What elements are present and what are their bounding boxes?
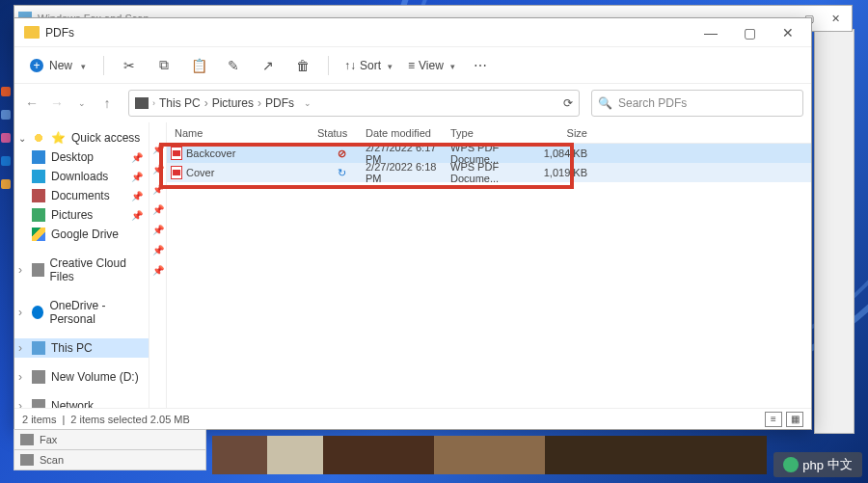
col-status[interactable]: Status <box>317 127 366 139</box>
back-button[interactable]: ← <box>22 95 41 111</box>
selection-info: 2 items selected 2.05 MB <box>70 414 190 425</box>
fax-close[interactable]: ✕ <box>831 13 840 25</box>
fax-tab[interactable]: Fax <box>14 429 206 450</box>
col-size[interactable]: Size <box>539 127 587 139</box>
sidebar-item-documents[interactable]: Documents📌 <box>14 186 149 205</box>
pc-icon <box>135 97 149 109</box>
col-date[interactable]: Date modified <box>366 127 450 139</box>
watermark: php中文 <box>773 452 862 477</box>
up-button[interactable]: ↑ <box>97 95 117 111</box>
file-pane[interactable]: Name Status Date modified Type Size Back… <box>167 122 811 408</box>
forward-button[interactable]: → <box>47 95 67 111</box>
refresh-icon[interactable]: ⟳ <box>563 96 573 110</box>
more-icon[interactable]: ⋯ <box>473 58 488 73</box>
details-view-button[interactable]: ≡ <box>765 412 782 427</box>
search-input[interactable]: 🔍 Search PDFs <box>591 90 803 117</box>
sidebar-item-downloads[interactable]: Downloads📌 <box>14 167 149 186</box>
column-headers[interactable]: Name Status Date modified Type Size <box>167 122 811 144</box>
address-bar[interactable]: › This PC›Pictures›PDFs ⌄ ⟳ <box>128 90 580 117</box>
status-bar: 2 items | 2 items selected 2.05 MB ≡ ▦ <box>14 408 811 429</box>
sidebar-item-network[interactable]: Network <box>14 396 149 408</box>
pdf-icon <box>171 166 182 179</box>
explorer-toolbar: + New ✂ ⧉ 📋 ✎ ↗ 🗑 ↑↓ Sort ≡ View ⋯ <box>14 47 811 84</box>
delete-icon[interactable]: 🗑 <box>295 58 311 73</box>
close-button[interactable]: ✕ <box>769 25 807 40</box>
col-type[interactable]: Type <box>450 127 539 139</box>
paste-icon[interactable]: 📋 <box>191 58 206 73</box>
pdf-icon <box>171 147 182 160</box>
bg-window-edge <box>814 29 854 434</box>
search-icon: 🔍 <box>598 96 612 110</box>
folder-icon <box>24 26 40 39</box>
sidebar-item-newvolume[interactable]: New Volume (D:) <box>14 367 149 387</box>
addr-dropdown-icon[interactable]: ⌄ <box>304 98 312 108</box>
status-sync-icon: ↻ <box>338 167 346 178</box>
breadcrumb: This PC›Pictures›PDFs <box>159 96 294 110</box>
sort-button[interactable]: ↑↓ Sort <box>344 59 393 72</box>
sidebar-item-desktop[interactable]: Desktop📌 <box>14 148 149 167</box>
item-count: 2 items <box>22 414 56 425</box>
scan-tab[interactable]: Scan <box>14 449 206 470</box>
file-explorer-window: PDFs — ▢ ✕ + New ✂ ⧉ 📋 ✎ ↗ 🗑 ↑↓ Sort ≡ V… <box>14 17 812 430</box>
file-row-backcover[interactable]: Backcover ⊘ 2/27/2022 6:17 PM WPS PDF Do… <box>167 144 811 163</box>
nav-row: ← → ⌄ ↑ › This PC›Pictures›PDFs ⌄ ⟳ 🔍 Se… <box>14 84 811 122</box>
cut-icon[interactable]: ✂ <box>122 58 137 73</box>
file-row-cover[interactable]: Cover ↻ 2/27/2022 6:18 PM WPS PDF Docume… <box>167 163 811 182</box>
sidebar: ⭐ Quick access Desktop📌 Downloads📌 Docum… <box>14 122 149 408</box>
fax-preview-image <box>212 436 767 474</box>
php-logo-icon <box>783 457 799 472</box>
sidebar-item-creativecloud[interactable]: Creative Cloud Files <box>14 254 149 286</box>
sidebar-quick-access[interactable]: ⭐ Quick access <box>14 128 149 148</box>
plus-icon: + <box>30 59 43 72</box>
left-taskbar <box>0 87 12 376</box>
minimize-button[interactable]: — <box>692 25 730 40</box>
rename-icon[interactable]: ✎ <box>226 58 241 73</box>
recent-dropdown[interactable]: ⌄ <box>72 98 92 108</box>
sidebar-item-thispc[interactable]: This PC <box>14 338 149 358</box>
maximize-button[interactable]: ▢ <box>730 25 769 40</box>
thumb-view-button[interactable]: ▦ <box>786 412 803 427</box>
view-button[interactable]: ≡ View <box>408 59 455 72</box>
share-icon[interactable]: ↗ <box>260 58 276 73</box>
new-button[interactable]: + New <box>22 55 94 76</box>
col-name[interactable]: Name <box>171 127 317 139</box>
fax-side-panel: Fax Scan <box>14 430 206 470</box>
explorer-titlebar[interactable]: PDFs — ▢ ✕ <box>14 18 811 47</box>
sidebar-item-onedrive[interactable]: OneDrive - Personal <box>14 296 149 329</box>
status-error-icon: ⊘ <box>338 148 346 159</box>
sidebar-item-googledrive[interactable]: Google Drive <box>14 225 149 244</box>
sidebar-item-pictures[interactable]: Pictures📌 <box>14 205 149 225</box>
window-title: PDFs <box>45 26 74 40</box>
copy-icon[interactable]: ⧉ <box>156 58 172 73</box>
pin-column: 📌📌📌📌📌📌📌 <box>149 122 167 408</box>
